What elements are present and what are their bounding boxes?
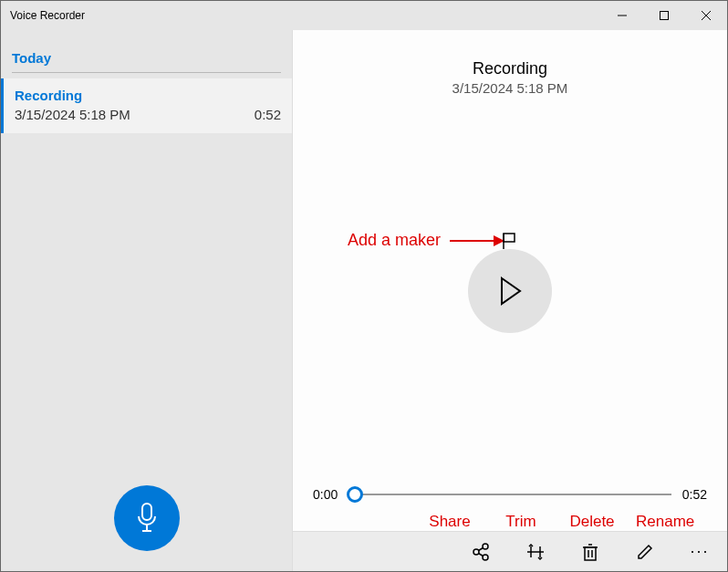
window-title: Voice Recorder xyxy=(1,9,85,22)
seek-slider[interactable] xyxy=(348,485,671,504)
svg-rect-1 xyxy=(660,12,669,20)
svg-point-14 xyxy=(483,555,488,560)
record-button[interactable] xyxy=(114,485,180,551)
recording-item[interactable]: Recording 3/15/2024 5:18 PM 0:52 xyxy=(1,78,292,133)
microphone-icon xyxy=(134,502,160,535)
group-header-today: Today xyxy=(12,41,281,73)
seek-thumb[interactable] xyxy=(347,486,363,503)
svg-rect-20 xyxy=(585,547,596,560)
playhead-time: 0:00 xyxy=(313,487,338,502)
share-button[interactable] xyxy=(470,541,492,563)
svg-line-16 xyxy=(479,553,484,556)
action-bar: ··· xyxy=(293,531,727,571)
svg-point-13 xyxy=(483,544,488,549)
more-button[interactable]: ··· xyxy=(689,541,711,563)
svg-rect-4 xyxy=(142,504,151,520)
svg-rect-10 xyxy=(504,234,515,242)
pencil-icon xyxy=(635,542,655,562)
svg-line-15 xyxy=(479,547,484,550)
close-button[interactable] xyxy=(685,1,727,30)
annotation-add-marker: Add a maker xyxy=(348,231,504,250)
trim-button[interactable] xyxy=(525,541,546,563)
rename-button[interactable] xyxy=(634,541,656,563)
svg-marker-7 xyxy=(502,278,520,304)
total-time: 0:52 xyxy=(682,487,707,502)
flag-icon xyxy=(500,231,520,251)
maximize-button[interactable] xyxy=(643,1,685,30)
play-icon xyxy=(496,276,524,307)
recording-name: Recording xyxy=(15,88,281,103)
titlebar: Voice Recorder xyxy=(1,1,727,30)
detail-title: Recording xyxy=(293,59,727,78)
svg-point-12 xyxy=(473,549,479,555)
share-icon xyxy=(471,542,491,562)
arrow-icon xyxy=(450,234,504,248)
minimize-button[interactable] xyxy=(601,1,643,30)
delete-button[interactable] xyxy=(579,541,601,563)
recording-datetime: 3/15/2024 5:18 PM xyxy=(15,107,130,122)
group-label: Today xyxy=(12,50,51,66)
play-button[interactable] xyxy=(468,249,552,333)
add-marker-button[interactable] xyxy=(500,231,520,255)
recording-duration: 0:52 xyxy=(255,107,281,122)
trim-icon xyxy=(525,542,546,562)
detail-datetime: 3/15/2024 5:18 PM xyxy=(293,80,727,96)
detail-pane: Recording 3/15/2024 5:18 PM Add a maker xyxy=(293,30,727,571)
trash-icon xyxy=(581,542,599,562)
annotation-action-labels: Share Trim Delete Rename xyxy=(293,513,727,531)
recordings-sidebar: Today Recording 3/15/2024 5:18 PM 0:52 xyxy=(1,30,293,571)
